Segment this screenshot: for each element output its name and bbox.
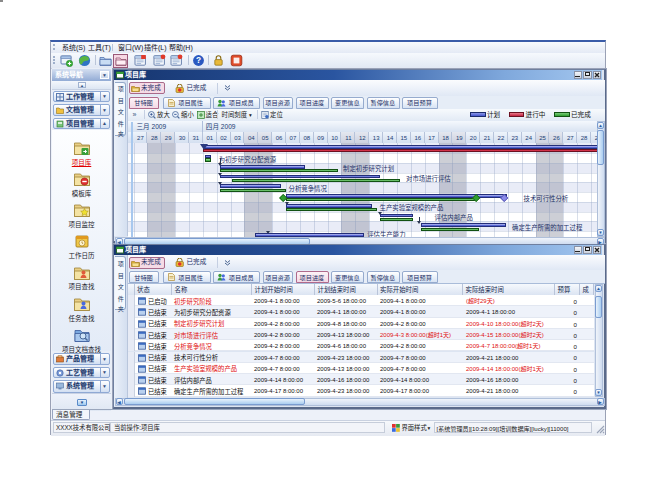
svg-text:?: ? (196, 55, 201, 65)
